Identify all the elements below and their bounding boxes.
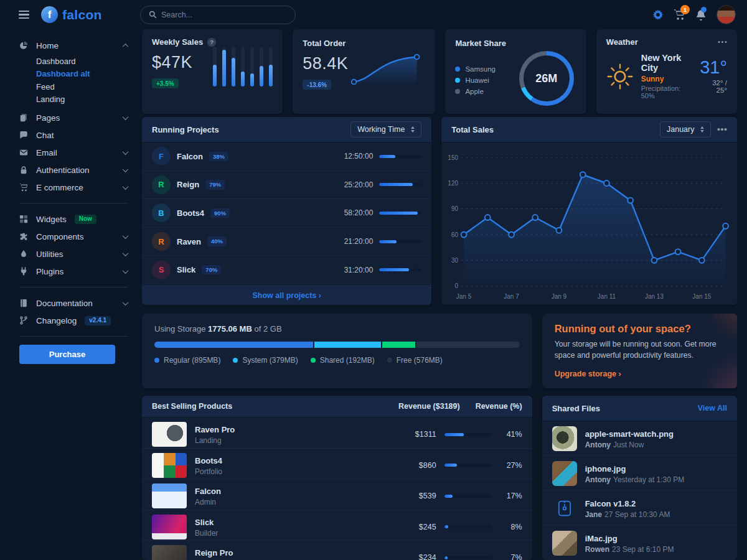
file-link[interactable]: Falcon v1.8.2 [585,499,636,508]
file-link[interactable]: apple-smart-watch.png [585,429,674,439]
sidebar-item-dashboard-alt[interactable]: Dashboard alt [36,68,131,81]
project-progress-bar [379,155,421,158]
space-promo-card: Running out of your space? Your storage … [542,314,737,388]
month-select[interactable]: January [660,121,711,138]
total-order-title: Total Order [303,39,345,48]
sidebar-item-landing[interactable]: Landing [36,93,131,106]
product-link[interactable]: Reign Pro [195,548,233,558]
legend-dot [387,358,392,363]
weekly-sales-bar [250,47,254,86]
products-table: Raven ProLanding $1311 41% Boots4Portfol… [142,418,532,560]
sidebar-item-e-commerce[interactable]: E commerce [19,179,131,196]
sidebar-item-email[interactable]: Email [19,144,131,161]
storage-total: of 2 GB [254,324,281,334]
falcon-logo[interactable]: f falcon [41,6,102,23]
weekly-sales-bar-chart [213,47,273,86]
storage-segment-shared-192mb [382,342,416,348]
total-order-sparkline [348,50,425,89]
storage-progress-bar [154,342,520,348]
promo-body: Your storage will be running out soon. G… [555,339,723,362]
search-input[interactable] [140,6,296,24]
purchase-button[interactable]: Purchase [19,345,115,364]
cart-icon-button[interactable]: 1 [674,9,685,21]
more-menu-icon[interactable] [721,41,724,44]
sidebar-item-home[interactable]: Home [19,37,131,54]
product-thumbnail [152,422,187,447]
storage-legend-system-379mb: System (379MB) [233,356,298,365]
project-row-raven: R Raven 40% 21:20:00 [142,228,431,256]
sidebar-nav: HomeDashboardDashboard altFeedLandingPag… [19,37,131,329]
weather-temp: 31° [700,58,727,77]
settings-gear-icon[interactable] [652,9,664,21]
more-menu-icon[interactable] [721,128,723,131]
storage-row: Using Storage 1775.06 MB of 2 GB Regular… [142,314,737,386]
sidebar-item-plugins[interactable]: Plugins [19,263,131,280]
product-category: Admin [195,498,383,506]
sidebar-item-components[interactable]: Components [19,228,131,245]
product-percent: 17% [500,492,522,500]
notifications-bell-icon[interactable] [695,9,707,21]
project-link[interactable]: Slick [177,265,195,274]
product-row-falcon: FalconAdmin $539 17% [142,479,532,510]
product-link[interactable]: Falcon [195,487,221,496]
project-time: 21:20:00 [344,237,374,246]
sidebar-item-widgets[interactable]: WidgetsNow [19,210,131,228]
sidebar-item-chat[interactable]: Chat [19,126,131,144]
sidebar: HomeDashboardDashboard altFeedLandingPag… [0,29,140,560]
project-progress-bar [379,240,421,243]
upgrade-storage-link[interactable]: Upgrade storage › [555,370,621,378]
working-time-select[interactable]: Working Time [350,121,421,138]
product-progress-bar [444,464,492,467]
product-link[interactable]: Slick [195,518,214,527]
total-order-value: 58.4K [303,54,348,73]
product-category: Landing [195,436,383,445]
product-revenue: $234 [392,553,436,560]
svg-text:Jan 7: Jan 7 [504,293,520,300]
revenue-header: Revenue ($3189) [368,402,460,411]
project-time: 25:20:00 [344,180,374,189]
project-time: 58:20:00 [344,208,374,217]
product-revenue: $860 [392,461,436,470]
project-link[interactable]: Falcon [177,152,203,161]
view-all-link[interactable]: View All [698,404,727,413]
chevron-up-icon [123,43,129,49]
product-revenue: $1311 [392,430,436,439]
running-projects-title: Running Projects [152,125,219,134]
project-link[interactable]: Raven [177,237,201,246]
product-link[interactable]: Boots4 [195,456,222,465]
weekly-sales-title: Weekly Sales [152,37,203,47]
weather-range: 32° / 25° [700,79,727,94]
sort-arrows-icon [700,126,704,133]
file-owner: Rowen [585,545,609,554]
help-icon[interactable]: ? [207,38,216,47]
chevron-down-icon [123,149,129,155]
sidebar-item-utilities[interactable]: Utilities [19,245,131,263]
user-avatar[interactable] [716,5,736,24]
project-link[interactable]: Reign [177,180,199,189]
project-link[interactable]: Boots4 [177,208,204,218]
file-link[interactable]: iMac.jpg [585,534,618,543]
svg-text:Jan 9: Jan 9 [552,293,567,300]
pages-icon [19,113,29,122]
project-progress-bar [379,268,421,271]
sidebar-item-dashboard[interactable]: Dashboard [36,55,131,68]
project-time: 31:20:00 [344,266,374,274]
weather-city: New York City [641,53,692,73]
book-icon [19,299,29,307]
product-link[interactable]: Raven Pro [195,425,235,434]
sidebar-item-changelog[interactable]: Changelogv2.4.1 [19,312,131,329]
file-link[interactable]: iphone.jpg [585,464,626,474]
storage-legend-regular-895mb: Regular (895MB) [154,356,220,365]
menu-toggle-button[interactable] [17,9,31,21]
cart-icon [19,183,29,192]
product-row-reign-pro: Reign ProAgency $234 7% [142,541,532,560]
sidebar-item-pages[interactable]: Pages [19,109,131,126]
show-all-projects-link[interactable]: Show all projects › [252,291,321,300]
project-avatar: F [152,147,171,166]
total-sales-chart-area: 0306090120150Jan 5Jan 7Jan 9Jan 11Jan 13… [441,142,737,305]
sidebar-item-documentation[interactable]: Documentation [19,294,131,312]
sidebar-item-authentication[interactable]: Authentication [19,161,131,179]
project-percent-badge: 70% [202,265,221,275]
sidebar-item-feed[interactable]: Feed [36,80,131,93]
product-percent: 27% [500,461,522,470]
